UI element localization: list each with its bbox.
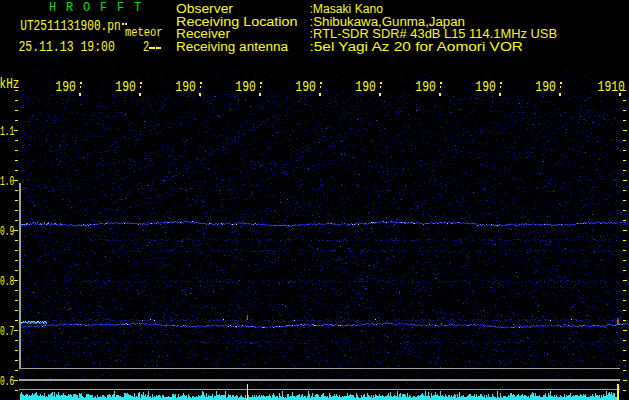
svg-text:Receiving antenna: Receiving antenna — [176, 40, 288, 54]
svg-text:1.0: 1.0 — [0, 174, 14, 189]
svg-text:1910: 1910 — [598, 79, 625, 95]
svg-text:190: 190 — [295, 79, 316, 95]
svg-text:25.11.13 19:00: 25.11.13 19:00 — [18, 39, 115, 55]
svg-text:0.9: 0.9 — [0, 224, 14, 239]
svg-text:190: 190 — [55, 79, 76, 95]
svg-text:H: H — [49, 1, 56, 15]
svg-text:190: 190 — [415, 79, 436, 95]
svg-text:UT2511131900.pn: UT2511131900.pn — [20, 18, 121, 34]
svg-text:0.8: 0.8 — [0, 274, 14, 289]
svg-text:190: 190 — [535, 79, 556, 95]
svg-text:R: R — [66, 1, 73, 15]
svg-text:F: F — [100, 1, 107, 15]
svg-text:190: 190 — [175, 79, 196, 95]
svg-text:T: T — [134, 1, 141, 15]
svg-text:0.7: 0.7 — [0, 324, 14, 339]
svg-text:190: 190 — [115, 79, 136, 95]
svg-text:kHz: kHz — [0, 76, 19, 93]
svg-text:O: O — [83, 1, 90, 15]
svg-text:190: 190 — [235, 79, 256, 95]
svg-text:meteor: meteor — [125, 25, 162, 40]
svg-text:190: 190 — [355, 79, 376, 95]
svg-text:0.6: 0.6 — [0, 374, 14, 389]
svg-text:1.1: 1.1 — [0, 124, 14, 139]
svg-text::5el Yagi Az 20 for Aomori VOR: :5el Yagi Az 20 for Aomori VOR — [310, 40, 524, 54]
svg-text:F: F — [117, 1, 124, 15]
svg-text:190: 190 — [475, 79, 496, 95]
svg-text:2: 2 — [143, 39, 149, 55]
